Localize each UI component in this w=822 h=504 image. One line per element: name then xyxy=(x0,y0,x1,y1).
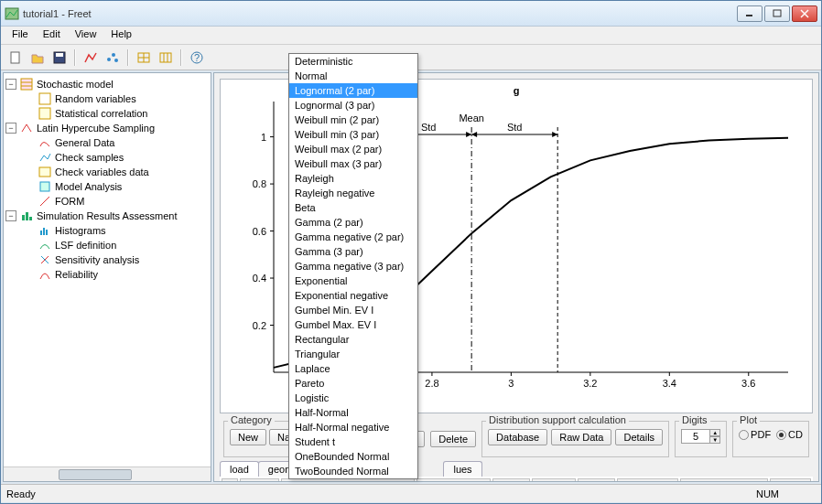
distribution-option[interactable]: OneBounded Normal xyxy=(289,449,417,464)
tree-toggle[interactable]: − xyxy=(5,123,16,134)
grid1-icon[interactable] xyxy=(135,48,153,67)
tree-sim-results[interactable]: Simulation Results Assessment xyxy=(35,210,178,221)
distribution-option[interactable]: Weibull max (2 par) xyxy=(289,142,417,156)
menu-file[interactable]: File xyxy=(5,27,36,44)
menu-view[interactable]: View xyxy=(68,27,104,44)
tree-scrollbar[interactable] xyxy=(4,466,211,481)
distribution-option[interactable]: Triangular xyxy=(289,347,417,361)
tree-reliability[interactable]: Reliability xyxy=(53,269,100,280)
lhs-icon xyxy=(20,122,33,134)
distribution-option[interactable]: Weibull max (3 par) xyxy=(289,156,417,171)
tree-model-analysis[interactable]: Model Analysis xyxy=(53,181,124,192)
distribution-option[interactable]: Deterministic xyxy=(289,54,417,69)
distribution-option[interactable]: Gamma (2 par) xyxy=(289,215,417,230)
col-mean[interactable]: Mean xyxy=(492,478,530,482)
model-icon[interactable] xyxy=(81,48,100,67)
distribution-option[interactable]: Exponential xyxy=(289,273,417,288)
tree-stat-corr[interactable]: Statistical correlation xyxy=(53,108,150,119)
plot-cd-radio[interactable]: CD xyxy=(776,429,803,440)
col-desc[interactable]: escriptors xyxy=(416,478,491,482)
svg-rect-14 xyxy=(160,53,171,62)
tree-check-vars[interactable]: Check variables data xyxy=(53,166,151,177)
distribution-option[interactable]: Logistic xyxy=(289,391,417,405)
distribution-option[interactable]: Beta xyxy=(289,200,417,215)
window-title: tutorial1 - Freet xyxy=(23,8,737,19)
svg-text:1: 1 xyxy=(261,132,266,143)
plot-pdf-radio[interactable]: PDF xyxy=(739,429,771,440)
menu-edit[interactable]: Edit xyxy=(36,27,68,44)
col-name[interactable]: Name xyxy=(240,478,279,482)
category-group: Category New Name xyxy=(223,421,291,457)
sens-icon xyxy=(38,253,51,266)
col-skew[interactable]: Skewness xyxy=(617,478,677,482)
minimize-button[interactable] xyxy=(737,5,763,22)
save-icon[interactable] xyxy=(50,48,69,67)
tree-toggle[interactable]: − xyxy=(5,210,16,221)
rawdata-button[interactable]: Raw Data xyxy=(551,429,611,445)
new-file-icon[interactable] xyxy=(6,48,25,67)
svg-rect-31 xyxy=(46,230,48,235)
distribution-option[interactable]: Gumbel Max. EV I xyxy=(289,317,417,332)
tree-stochastic[interactable]: Stochastic model xyxy=(35,79,115,90)
menu-help[interactable]: Help xyxy=(103,27,139,44)
distribution-option[interactable]: Gumbel Min. EV I xyxy=(289,303,417,317)
analysis-icon xyxy=(38,180,51,193)
tree-lhs[interactable]: Latin Hypercube Sampling xyxy=(35,123,157,134)
table-icon xyxy=(38,166,51,178)
tree-lsf[interactable]: LSF definition xyxy=(53,240,118,251)
help-icon[interactable]: ? xyxy=(188,48,206,67)
open-file-icon[interactable] xyxy=(28,48,47,67)
col-std[interactable]: Std xyxy=(532,478,576,482)
col-num[interactable]: # xyxy=(222,478,238,482)
digits-input[interactable] xyxy=(681,429,710,444)
tab-load[interactable]: load xyxy=(220,461,259,477)
tree-form[interactable]: FORM xyxy=(53,196,86,207)
tree-general-data[interactable]: General Data xyxy=(53,137,116,148)
maximize-button[interactable] xyxy=(764,5,790,22)
distribution-option[interactable]: Normal xyxy=(289,69,417,83)
grid2-icon[interactable] xyxy=(157,48,175,67)
tree-histograms[interactable]: Histograms xyxy=(53,225,108,236)
col-cov[interactable]: COV xyxy=(578,478,615,482)
distribution-option[interactable]: TwoBounded Normal xyxy=(289,464,417,478)
svg-text:0.8: 0.8 xyxy=(253,178,266,189)
new-button[interactable]: New xyxy=(230,429,266,445)
svg-point-8 xyxy=(107,58,111,61)
distribution-option[interactable]: Gamma negative (2 par) xyxy=(289,230,417,244)
rel-icon xyxy=(38,268,51,281)
details-button[interactable]: Details xyxy=(615,429,663,445)
database-button[interactable]: Database xyxy=(488,429,547,445)
status-ready: Ready xyxy=(6,488,36,499)
col-status[interactable]: Status xyxy=(770,478,811,482)
tree-sensitivity[interactable]: Sensitivity analysis xyxy=(53,254,141,265)
distribution-option[interactable]: Half-Normal xyxy=(289,405,417,420)
svg-rect-19 xyxy=(21,79,32,90)
svg-text:2.8: 2.8 xyxy=(425,378,438,389)
col-kurt[interactable]: Kurtosis excess xyxy=(680,478,768,482)
tree-check-samples[interactable]: Check samples xyxy=(53,152,125,163)
distribution-option[interactable]: Gamma negative (3 par) xyxy=(289,259,417,273)
distribution-option[interactable]: Gamma (3 par) xyxy=(289,244,417,259)
distribution-option[interactable]: Half-Normal negative xyxy=(289,420,417,434)
distribution-option[interactable]: Pareto xyxy=(289,376,417,391)
distribution-option[interactable]: Lognormal (2 par) xyxy=(289,83,417,98)
distribution-option[interactable]: Rectangular xyxy=(289,332,417,347)
delete-button[interactable]: Delete xyxy=(430,431,476,447)
svg-text:3.2: 3.2 xyxy=(583,378,597,389)
distribution-option[interactable]: Rayleigh xyxy=(289,171,417,186)
distribution-option[interactable]: Laplace xyxy=(289,361,417,376)
distribution-option[interactable]: Weibull min (2 par) xyxy=(289,113,417,127)
distribution-option[interactable]: Student t xyxy=(289,434,417,449)
distribution-option[interactable]: Rayleigh negative xyxy=(289,186,417,200)
distribution-option[interactable]: Weibull min (3 par) xyxy=(289,127,417,142)
distribution-option[interactable]: Exponential negative xyxy=(289,288,417,303)
close-button[interactable] xyxy=(792,5,817,22)
sampling-icon[interactable] xyxy=(103,48,122,67)
tree-toggle[interactable]: − xyxy=(5,79,16,90)
distribution-list[interactable]: DeterministicNormalLognormal (2 par)Logn… xyxy=(288,53,418,479)
distribution-option[interactable]: Lognormal (3 par) xyxy=(289,98,417,113)
tab-values[interactable]: lues xyxy=(443,461,481,477)
title-bar: tutorial1 - Freet xyxy=(1,1,821,27)
tree-random-vars[interactable]: Random variables xyxy=(53,93,138,104)
svg-rect-26 xyxy=(22,215,25,220)
